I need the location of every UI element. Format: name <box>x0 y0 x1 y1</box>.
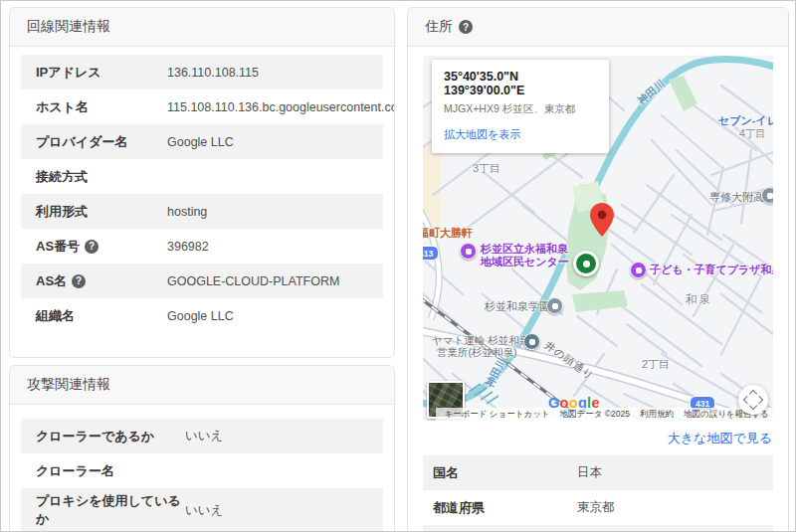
row-label: クローラー名 <box>36 462 185 480</box>
map-label-civic-center-2: 地域区民センター <box>481 256 569 268</box>
map-label-2chome: 2丁目 <box>642 357 670 372</box>
red-map-pin[interactable] <box>590 203 614 237</box>
civic-center-poi-icon[interactable] <box>460 243 477 260</box>
table-row: 利用形式 hosting <box>21 194 383 229</box>
map-label-kodomo-plaza: 子ども・子育てプラザ和泉 <box>650 264 773 276</box>
row-label: 利用形式 <box>36 203 167 221</box>
line-info-body: IPアドレス 136.110.108.115 ホスト名 115.108.110.… <box>10 47 394 357</box>
row-label: 国名 <box>433 464 577 482</box>
right-column: 住所 ? <box>407 7 789 532</box>
table-row: IPアドレス 136.110.108.115 <box>21 55 383 89</box>
table-row: 都道府県 東京都 <box>423 490 773 525</box>
row-value: hosting <box>167 205 207 219</box>
row-label: AS名 ? <box>36 272 167 290</box>
table-row: AS番号 ? 396982 <box>21 229 383 264</box>
table-row <box>423 525 773 532</box>
map-label-senshu-high: 専修大附高 <box>709 191 764 203</box>
pan-right-icon[interactable] <box>755 396 763 404</box>
row-value: Google LLC <box>167 135 234 149</box>
enlarge-map-link[interactable]: 拡大地図を表示 <box>444 127 520 142</box>
attack-info-title: 攻撃関連情報 <box>27 376 110 394</box>
map-label-izumi-gakuen: 杉並和泉学園 <box>485 300 550 312</box>
address-table: 国名 日本 都道府県 東京都 <box>423 455 773 532</box>
row-label: プロキシを使用しているか <box>36 492 185 528</box>
map-label-seven-eleven: セブン-イレブン <box>718 113 773 128</box>
row-label-text: AS番号 <box>36 238 80 256</box>
attack-info-header: 攻撃関連情報 <box>10 366 394 405</box>
map-label-3chome: 3丁目 <box>473 161 500 176</box>
row-value: 136.110.108.115 <box>167 66 259 80</box>
plus-code-text: MJGX+HX9 杉並区、東京都 <box>444 102 597 116</box>
map-label-4chome: 4丁目 <box>739 127 766 141</box>
map-data-text: 地図データ ©2025 <box>560 409 630 421</box>
table-row: 接続方式 <box>21 159 383 194</box>
table-row: ホスト名 115.108.110.136.bc.googleuserconten… <box>21 89 383 124</box>
table-row: クローラーであるか いいえ <box>21 419 383 453</box>
row-value: いいえ <box>185 428 223 444</box>
pan-down-icon[interactable] <box>749 402 757 410</box>
table-row: 国名 日本 <box>423 455 773 490</box>
address-header: 住所 ? <box>408 8 788 47</box>
address-title: 住所 <box>425 18 453 36</box>
row-label: IPアドレス <box>36 64 167 82</box>
map-pan-control[interactable] <box>738 385 768 415</box>
line-info-title: 回線関連情報 <box>27 18 110 36</box>
help-icon[interactable]: ? <box>85 240 99 254</box>
table-row: クローラー名 <box>21 453 383 488</box>
coordinates-text: 35°40'35.0"N 139°39'00.0"E <box>444 70 597 97</box>
left-column: 回線関連情報 IPアドレス 136.110.108.115 ホスト名 115.1… <box>9 7 395 532</box>
route-413-shield: 413 <box>423 246 439 261</box>
map-label-civic-center-1: 杉並区立永福和泉 <box>481 243 568 256</box>
table-row: 組織名 Google LLC <box>21 298 383 333</box>
school-poi-icon[interactable] <box>761 187 773 204</box>
line-info-card: 回線関連情報 IPアドレス 136.110.108.115 ホスト名 115.1… <box>9 7 395 358</box>
map-info-card: 35°40'35.0"N 139°39'00.0"E MJGX+HX9 杉並区、… <box>432 60 609 153</box>
table-row: プロキシを使用しているか いいえ <box>21 488 383 532</box>
kodomo-plaza-poi-icon[interactable] <box>630 262 647 278</box>
row-label-text: AS名 <box>36 272 67 290</box>
school-poi-icon[interactable] <box>546 297 563 314</box>
view-larger-map-link[interactable]: 大きな地図で見る <box>424 430 772 447</box>
row-value: Google LLC <box>167 309 234 323</box>
map-label-yamato-1: ヤマト運輸 杉並和泉 <box>432 334 529 346</box>
terms-link[interactable]: 利用規約 <box>640 409 674 421</box>
map-attribution-bar: キーボード ショートカット 地図データ ©2025 利用規約 地図の誤りを報告す… <box>436 408 773 421</box>
address-body: 神田川 セブン-イレブン 4丁目 3丁目 専修大附高 永福町大勝軒 杉並区立永福… <box>408 47 788 532</box>
row-value: GOOGLE-CLOUD-PLATFORM <box>167 274 339 288</box>
row-value: 396982 <box>167 240 209 254</box>
row-label: AS番号 ? <box>36 238 167 256</box>
row-label: クローラーであるか <box>36 428 185 445</box>
attack-info-body: クローラーであるか いいえ クローラー名 プロキシを使用しているか いいえ <box>10 405 394 532</box>
map-label-taishoken: 永福町大勝軒 <box>423 226 473 241</box>
green-park-marker[interactable] <box>573 251 599 276</box>
keyboard-shortcuts-link[interactable]: キーボード ショートカット <box>444 409 549 421</box>
row-label: プロバイダー名 <box>36 133 167 151</box>
help-icon[interactable]: ? <box>72 274 86 288</box>
table-row: AS名 ? GOOGLE-CLOUD-PLATFORM <box>21 264 383 298</box>
yamato-poi-icon[interactable] <box>523 333 540 350</box>
row-value: 東京都 <box>577 499 615 516</box>
page: 回線関連情報 IPアドレス 136.110.108.115 ホスト名 115.1… <box>1 1 795 532</box>
table-row: プロバイダー名 Google LLC <box>21 124 383 159</box>
row-value: いいえ <box>185 502 223 519</box>
row-label: ホスト名 <box>36 98 167 116</box>
google-map-embed[interactable]: 神田川 セブン-イレブン 4丁目 3丁目 専修大附高 永福町大勝軒 杉並区立永福… <box>423 56 773 421</box>
row-label: 都道府県 <box>433 499 577 517</box>
attack-info-card: 攻撃関連情報 クローラーであるか いいえ クローラー名 プロキシを使用しているか… <box>9 365 395 532</box>
address-card: 住所 ? <box>407 7 789 532</box>
row-label: 組織名 <box>36 307 167 325</box>
row-value: 115.108.110.136.bc.googleusercontent.com <box>167 100 395 114</box>
row-label: 接続方式 <box>36 168 167 186</box>
help-icon[interactable]: ? <box>459 20 473 34</box>
map-label-izumi: 和泉 <box>686 292 712 307</box>
map-label-yamato-2: 営業所(杉並和泉) <box>437 346 517 358</box>
line-info-header: 回線関連情報 <box>10 8 394 47</box>
row-value: 日本 <box>577 464 602 481</box>
